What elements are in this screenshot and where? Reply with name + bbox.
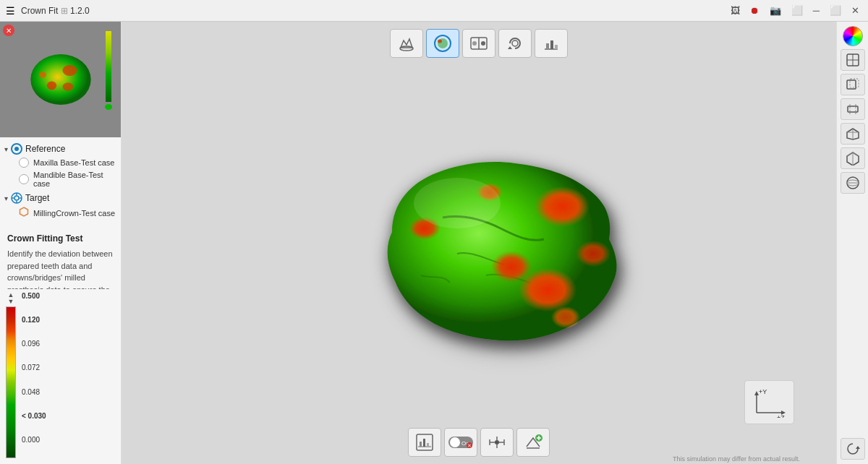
color-toggle-btn[interactable]: On ✕ — [444, 428, 477, 457]
target-children: MillingCrown-Test case — [4, 207, 116, 219]
settings-icon[interactable]: ⬜ — [788, 4, 806, 17]
svg-point-32 — [551, 306, 580, 328]
svg-rect-24 — [550, 40, 553, 49]
svg-rect-63 — [847, 80, 856, 89]
dev-label-0[interactable]: 0.500 — [22, 292, 46, 300]
deviation-chart-btn[interactable] — [408, 428, 441, 457]
top-toolbar — [390, 29, 568, 58]
deviation-color-bar — [6, 306, 16, 458]
svg-point-20 — [512, 40, 518, 46]
thumbnail-area: ✕ — [0, 22, 121, 137]
target-label: Target — [25, 193, 49, 203]
deviation-bar-area: ▲ ▼ 0.500 0.120 0.096 0.072 0.048 < 0.03… — [0, 289, 121, 464]
svg-rect-23 — [546, 43, 549, 49]
svg-point-3 — [62, 82, 73, 91]
svg-point-6 — [14, 196, 19, 200]
dev-label-6: 0.000 — [22, 436, 46, 444]
measurements-btn[interactable] — [480, 428, 514, 457]
right-panel — [836, 22, 868, 464]
snapshot-icon[interactable]: 🖼 — [728, 4, 743, 17]
close-thumbnail-btn[interactable]: ✕ — [3, 25, 14, 36]
mandible-radio[interactable] — [19, 174, 29, 184]
svg-point-19 — [481, 41, 485, 46]
target-expand-arrow: ▾ — [4, 194, 8, 202]
target-icon — [11, 192, 22, 204]
svg-text:+Y: +Y — [759, 388, 767, 395]
mandible-label: Mandible Base-Test case — [33, 171, 116, 188]
reference-icon — [11, 143, 22, 155]
info-text: Identify the deviation between prepared … — [7, 248, 114, 289]
iso-view-2-btn[interactable] — [841, 147, 865, 169]
dev-label-3: 0.072 — [22, 364, 46, 371]
iso-view-1-btn[interactable] — [841, 123, 865, 145]
close-btn[interactable]: ✕ — [848, 4, 862, 17]
deviation-labels: 0.500 0.120 0.096 0.072 0.048 < 0.030 0.… — [19, 292, 46, 444]
left-panel: ✕ — [0, 22, 122, 464]
svg-rect-43 — [423, 439, 425, 447]
viewport[interactable]: +Y +Z On ✕ — [122, 22, 836, 464]
title-bar: ☰ Crown Fit ⊞ 1.2.0 🖼 ⏺ 📷 ⬜ ─ ⬜ ✕ — [0, 0, 868, 22]
svg-point-33 — [414, 178, 501, 228]
front-view-btn[interactable] — [841, 49, 865, 71]
list-item[interactable]: Maxilla Base-Test case — [19, 158, 116, 168]
svg-line-71 — [853, 152, 859, 156]
target-header[interactable]: ▾ Target — [4, 192, 116, 204]
deviation-arrows: ▲ ▼ — [8, 292, 14, 305]
svg-point-31 — [576, 241, 610, 267]
reset-view-btn[interactable] — [841, 438, 865, 460]
svg-point-12 — [400, 46, 413, 51]
svg-marker-11 — [20, 207, 28, 216]
side-view-btn[interactable] — [841, 74, 865, 95]
svg-point-0 — [30, 54, 90, 105]
reference-expand-arrow: ▾ — [4, 145, 8, 153]
rotate-view-btn[interactable] — [498, 29, 532, 58]
dev-label-2: 0.096 — [22, 340, 46, 348]
minimize-btn[interactable]: ─ — [810, 4, 822, 17]
color-map-btn[interactable] — [426, 29, 459, 58]
svg-rect-65 — [848, 106, 858, 112]
svg-point-26 — [535, 186, 590, 227]
dev-label-5[interactable]: < 0.030 — [22, 412, 46, 420]
svg-point-46 — [450, 437, 460, 447]
svg-point-1 — [62, 65, 77, 76]
add-section-btn[interactable] — [516, 428, 550, 457]
svg-point-15 — [438, 40, 442, 43]
svg-rect-25 — [555, 45, 558, 49]
reference-children: Maxilla Base-Test case Mandible Base-Tes… — [4, 158, 116, 188]
sim-notice: This simulation may differ from actual r… — [673, 455, 800, 463]
maximize-btn[interactable]: ⬜ — [827, 4, 844, 17]
crown-view-btn[interactable] — [390, 29, 423, 58]
window-controls: 🖼 ⏺ 📷 ⬜ ─ ⬜ ✕ — [728, 4, 862, 17]
maxilla-radio[interactable] — [19, 158, 29, 168]
svg-rect-44 — [427, 443, 429, 447]
chart-view-btn[interactable] — [535, 29, 568, 58]
camera-icon[interactable]: 📷 — [767, 4, 784, 17]
color-wheel-btn[interactable] — [843, 26, 863, 46]
svg-point-4 — [39, 72, 46, 77]
list-item[interactable]: MillingCrown-Test case — [19, 207, 116, 219]
svg-point-2 — [46, 82, 56, 90]
tree-section: ▾ Reference Maxilla Base-Test case Mandi… — [0, 137, 121, 226]
dev-label-1[interactable]: 0.120 — [22, 316, 46, 324]
svg-point-18 — [472, 41, 477, 46]
list-item[interactable]: Mandible Base-Test case — [19, 171, 116, 188]
top-view-btn[interactable] — [841, 98, 865, 120]
thumbnail-crown — [25, 47, 97, 112]
deviation-color-bar-container: ▲ ▼ — [6, 292, 16, 458]
menu-icon[interactable]: ☰ — [6, 5, 15, 17]
svg-marker-21 — [508, 46, 512, 49]
record-icon[interactable]: ⏺ — [747, 4, 762, 17]
svg-marker-76 — [856, 446, 860, 449]
svg-point-53 — [495, 440, 499, 444]
iso-view-3-btn[interactable] — [841, 172, 865, 194]
crown-3d-view — [298, 87, 660, 398]
info-section: Crown Fitting Test Identify the deviatio… — [0, 226, 121, 289]
dev-label-4: 0.048 — [22, 388, 46, 396]
svg-point-29 — [491, 251, 532, 283]
milling-icon — [19, 207, 29, 219]
reference-header[interactable]: ▾ Reference — [4, 143, 116, 155]
svg-text:✕: ✕ — [467, 443, 472, 448]
reference-label: Reference — [25, 144, 65, 154]
split-view-btn[interactable] — [462, 29, 495, 58]
app-title: Crown Fit ⊞ 1.2.0 — [21, 6, 90, 16]
